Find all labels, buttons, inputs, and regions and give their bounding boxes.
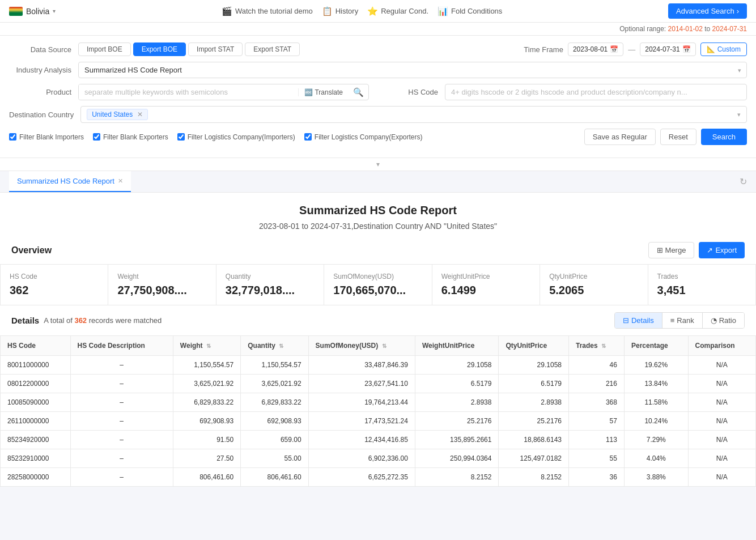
table-cell: 19.62% [624,356,688,375]
history-link[interactable]: 📋 History [322,6,358,16]
filter-logistics-exporters-label[interactable]: Filter Logistics Company(Exporters) [304,133,423,141]
advanced-search-button[interactable]: Advanced Search › [668,3,747,19]
product-search-icon[interactable]: 🔍 [349,87,368,97]
custom-button[interactable]: 📐 Custom [700,42,747,56]
table-cell: – [70,468,173,487]
filter-blank-exporters-label[interactable]: Filter Blank Exporters [93,133,168,141]
header-bar: Bolivia ▾ 🎬 Watch the tutorial demo 📋 Hi… [0,0,756,23]
country-tag: United States ✕ [87,109,148,120]
table-cell: 85232910000 [1,449,71,468]
filter-logistics-importers-checkbox[interactable] [177,133,185,141]
tab-import-stat[interactable]: Import STAT [188,42,243,56]
table-cell: – [70,356,173,375]
table-cell: 57 [569,412,625,431]
date-from-input[interactable]: 2023-08-01 📅 [568,42,623,56]
col-weight[interactable]: Weight ⇅ [173,336,240,356]
stat-cell: Trades 3,451 [648,265,756,305]
table-row[interactable]: 85234920000–91.50659.0012,434,416.85135,… [1,431,756,449]
custom-label: Custom [717,45,741,53]
search-button[interactable]: Search [701,129,747,145]
table-cell: 80011000000 [1,356,71,375]
datasource-tabs: Import BOE Export BOE Import STAT Export… [78,42,300,56]
col-comparison: Comparison [688,336,755,356]
table-cell: 659.00 [241,431,308,449]
table-cell: 11.58% [624,393,688,412]
tab-export-boe[interactable]: Export BOE [133,42,186,56]
sort-icon: ⇅ [382,343,387,349]
save-regular-button[interactable]: Save as Regular [584,129,656,145]
details-label: Details [631,316,654,325]
country-tag-remove[interactable]: ✕ [137,110,143,118]
table-cell: 2.8938 [415,393,499,412]
export-label: Export [715,246,737,254]
chevron-down-icon[interactable]: ▾ [53,8,56,14]
col-trades[interactable]: Trades ⇅ [569,336,625,356]
view-tab-details[interactable]: ⊟ Details [615,313,662,328]
country-select-wrap[interactable]: United States ✕ ▾ [80,106,747,123]
col-quantity[interactable]: Quantity ⇅ [241,336,308,356]
stat-cell: Quantity 32,779,018.... [216,265,324,305]
view-tab-rank[interactable]: ≡ Rank [662,313,703,328]
industry-analysis-select-wrap: Summarized HS Code Report ▾ [78,62,747,78]
col-sum_money[interactable]: SumOfMoney(USD) ⇅ [308,336,415,356]
table-cell: N/A [688,356,755,375]
table-row[interactable]: 26110000000–692,908.93692,908.9317,473,5… [1,412,756,431]
collapse-row[interactable]: ▾ [0,158,756,171]
fold-conditions-label: Fold Conditions [451,7,502,15]
country-select-arrow-icon: ▾ [737,111,741,118]
date-to-value: 2024-07-31 [645,45,679,53]
timeframe-section: Time Frame 2023-08-01 📅 — 2024-07-31 📅 📐… [524,42,747,56]
fold-conditions-link[interactable]: 📊 Fold Conditions [438,6,502,16]
regular-cond-link[interactable]: ⭐ Regular Cond. [367,6,428,16]
table-cell: 46 [569,356,625,375]
table-row[interactable]: 08012200000–3,625,021.923,625,021.9223,6… [1,375,756,393]
merge-button[interactable]: ⊞ Merge [648,242,695,258]
table-row[interactable]: 10085090000–6,829,833.226,829,833.2219,7… [1,393,756,412]
details-header: Details A total of 362 records were matc… [0,305,756,335]
translate-button[interactable]: 🔤 Translate [298,88,349,96]
table-cell: 692,908.93 [241,412,308,431]
tab-import-boe[interactable]: Import BOE [78,42,131,56]
table-row[interactable]: 28258000000–806,461.60806,461.606,625,27… [1,468,756,487]
export-button[interactable]: ↗ Export [699,242,745,258]
table-cell: 25.2176 [499,412,569,431]
filter-logistics-importers-label[interactable]: Filter Logistics Company(Importers) [177,133,295,141]
tab-summarized-hs-code[interactable]: Summarized HS Code Report ✕ [9,171,131,192]
stat-label: Quantity [226,273,315,280]
table-cell: N/A [688,468,755,487]
sort-icon: ⇅ [206,343,211,349]
destination-country-label: Destination Country [9,110,74,119]
fold-icon: 📊 [438,6,448,16]
filter-blank-exporters-checkbox[interactable] [93,133,100,141]
advanced-search-label: Advanced Search [676,7,734,15]
reset-button[interactable]: Reset [660,129,696,145]
table-cell: N/A [688,431,755,449]
filter-blank-importers-checkbox[interactable] [9,133,16,141]
filter-logistics-exporters-checkbox[interactable] [304,133,312,141]
details-section: Details A total of 362 records were matc… [0,305,756,487]
table-cell: 10.24% [624,412,688,431]
table-cell: 28258000000 [1,468,71,487]
tab-export-stat[interactable]: Export STAT [245,42,300,56]
header-left: Bolivia ▾ [9,7,56,16]
filter-blank-importers-label[interactable]: Filter Blank Importers [9,133,84,141]
product-input-wrap: 🔤 Translate 🔍 [78,84,369,100]
product-input[interactable] [79,84,298,100]
view-tab-ratio[interactable]: ◔ Ratio [703,313,744,328]
table-cell: 7.29% [624,431,688,449]
regular-cond-label: Regular Cond. [381,7,428,15]
date-to-input[interactable]: 2024-07-31 📅 [640,42,695,56]
tab-close-icon[interactable]: ✕ [118,177,123,185]
table-cell: 18,868.6143 [499,431,569,449]
refresh-icon[interactable]: ↻ [740,176,747,187]
tutorial-link[interactable]: 🎬 Watch the tutorial demo [222,6,313,16]
hscode-input[interactable] [445,84,747,100]
table-cell: 29.1058 [499,356,569,375]
table-cell: 113 [569,431,625,449]
table-cell: 135,895.2661 [415,431,499,449]
table-row[interactable]: 85232910000–27.5055.006,902,336.00250,99… [1,449,756,468]
industry-analysis-select[interactable]: Summarized HS Code Report [78,62,747,78]
table-row[interactable]: 80011000000–1,150,554.571,150,554.5733,4… [1,356,756,375]
report-title: Summarized HS Code Report [0,204,756,217]
stat-value: 27,750,908.... [117,284,206,297]
